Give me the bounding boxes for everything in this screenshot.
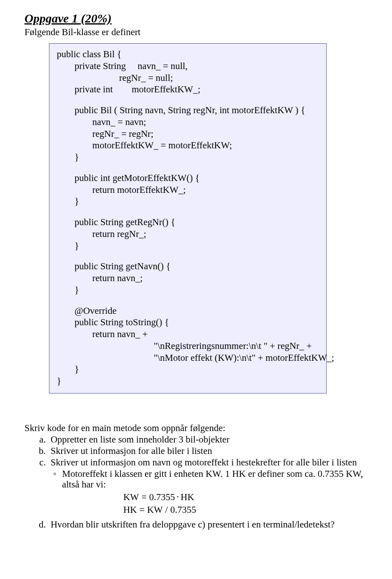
code-line: regNr_ = null; [57, 72, 319, 84]
code-blank-line [57, 208, 319, 217]
equals-sign: = [139, 503, 145, 516]
spacer [24, 393, 380, 423]
heading-subtitle: Følgende Bil-klasse er definert [24, 27, 380, 38]
question-item-c-text: Skriver ut informasjon om navn og motore… [51, 457, 357, 467]
code-line: public class Bil { [57, 49, 319, 60]
code-line: public int getMotorEffektKW() { [57, 172, 319, 184]
question-item-b: Skriver ut informasjon for alle biler i … [48, 446, 380, 456]
code-line: } [57, 152, 319, 163]
code-line: @Override [57, 305, 319, 317]
question-c-subitem: Motoreffekt i klassen er gitt i enheten … [62, 469, 380, 490]
code-line: public Bil ( String navn, String regNr, … [57, 105, 319, 116]
code-line: regNr_ = regNr; [57, 128, 319, 140]
code-line: navn_ = navn; [57, 116, 319, 128]
code-line: public String getRegNr() { [57, 217, 319, 228]
code-line: return regNr_; [57, 228, 319, 240]
formula-lhs: KW [123, 491, 139, 503]
formula-line-2: HK = KW / 0.7355 [123, 503, 380, 516]
code-line: } [57, 376, 319, 387]
code-line: "\nRegistreringsnummer:\n\t " + regNr_ + [57, 340, 319, 352]
code-line: public String toString() { [57, 317, 319, 329]
formula-lhs: HK [123, 503, 137, 516]
code-line: } [57, 196, 319, 208]
slash-sign: / [165, 503, 168, 516]
formula-block: KW = 0.7355 · HK HK = KW / 0.7355 [123, 491, 380, 516]
formula-line-1: KW = 0.7355 · HK [123, 491, 380, 503]
formula-rhs2: 0.7355 [170, 503, 196, 516]
code-line: private String navn_ = null, [57, 60, 319, 72]
code-line: } [57, 284, 319, 296]
code-line: return navn_ + [57, 329, 319, 340]
code-line: private int motorEffektKW_; [57, 84, 319, 96]
question-item-c: Skriver ut informasjon om navn og motore… [48, 457, 380, 516]
formula-rhs1: KW [147, 503, 163, 516]
multiplication-dot: · [177, 490, 179, 503]
question-c-sublist: Motoreffekt i klassen er gitt i enheten … [51, 469, 380, 490]
code-blank-line [57, 163, 319, 172]
code-line: public String getNavn() { [57, 261, 319, 273]
question-intro: Skriv kode for en main metode som oppnår… [24, 423, 380, 434]
code-blank-line [57, 296, 319, 305]
code-box: public class Bil { private String navn_ … [49, 43, 327, 393]
code-blank-line [57, 252, 319, 261]
question-list: Oppretter en liste som inneholder 3 bil-… [24, 434, 380, 530]
heading-title: Oppgave 1 (20%) [24, 11, 380, 25]
code-line: } [57, 240, 319, 252]
question-item-a: Oppretter en liste som inneholder 3 bil-… [48, 434, 380, 445]
code-line: return motorEffektKW_; [57, 184, 319, 196]
code-line: return navn_; [57, 273, 319, 284]
code-line: } [57, 364, 319, 376]
equals-sign: = [141, 491, 147, 503]
formula-rhs1: 0.7355 [149, 491, 175, 503]
code-line: "\nMotor effekt (KW):\n\t" + motorEffekt… [57, 352, 319, 364]
question-item-d: Hvordan blir utskriften fra deloppgave c… [48, 519, 380, 530]
code-line: motorEffektKW_ = motorEffektKW; [57, 140, 319, 152]
code-blank-line [57, 96, 319, 105]
formula-rhs2: HK [180, 491, 194, 503]
page-root: Oppgave 1 (20%) Følgende Bil-klasse er d… [0, 0, 392, 543]
